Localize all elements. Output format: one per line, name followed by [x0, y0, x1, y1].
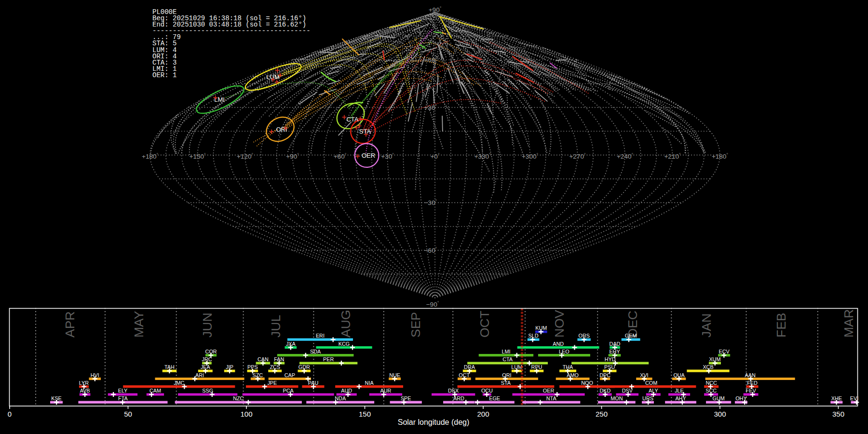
svg-text:XCB: XCB: [703, 364, 713, 370]
svg-text:KUM: KUM: [535, 325, 547, 331]
svg-text:PSU: PSU: [604, 364, 615, 370]
svg-text:CTA: CTA: [502, 356, 513, 362]
svg-text:JUN: JUN: [200, 312, 215, 338]
svg-text:200: 200: [477, 410, 489, 418]
svg-text:GUM: GUM: [712, 395, 724, 401]
svg-text:JIP: JIP: [226, 364, 233, 370]
svg-text:URS: URS: [642, 395, 653, 401]
svg-text:STA: STA: [359, 128, 371, 135]
svg-text:MAY: MAY: [132, 311, 146, 338]
svg-text:FEB: FEB: [774, 312, 788, 338]
svg-text:250: 250: [596, 410, 608, 418]
svg-text:ARD: ARD: [453, 395, 464, 401]
svg-text:SEP: SEP: [408, 312, 423, 338]
svg-text:+90°: +90°: [286, 152, 299, 160]
svg-text:−30°: −30°: [424, 199, 437, 206]
svg-text:GEM: GEM: [625, 333, 637, 339]
svg-text:LUM: LUM: [511, 364, 522, 370]
svg-text:STA: STA: [501, 380, 511, 386]
svg-text:MAR: MAR: [841, 309, 856, 338]
svg-text:ZCS: ZCS: [270, 364, 280, 370]
svg-text:AND: AND: [553, 341, 564, 347]
svg-text:+240°: +240°: [617, 152, 633, 160]
svg-text:NOV: NOV: [552, 310, 567, 338]
svg-text:+150°: +150°: [190, 152, 206, 160]
svg-text:FEV: FEV: [746, 388, 757, 393]
svg-text:+210°: +210°: [664, 152, 680, 160]
svg-text:RPU: RPU: [531, 364, 542, 370]
svg-text:JPE: JPE: [267, 380, 277, 386]
svg-text:NZC: NZC: [233, 395, 244, 401]
svg-text:AMO: AMO: [567, 372, 579, 378]
svg-text:AVB: AVB: [80, 388, 90, 393]
svg-text:OER: 1: OER: 1: [152, 71, 176, 79]
svg-text:50: 50: [124, 410, 132, 418]
svg-text:OER: OER: [362, 152, 375, 159]
svg-text:JUL: JUL: [269, 315, 283, 338]
svg-text:CAM: CAM: [149, 388, 161, 393]
svg-text:JRC: JRC: [202, 356, 212, 362]
svg-text:DPC: DPC: [599, 372, 610, 378]
svg-text:DKD: DKD: [600, 388, 611, 393]
svg-text:GDR: GDR: [298, 364, 310, 370]
svg-text:−60°: −60°: [424, 246, 437, 254]
svg-text:LMI: LMI: [502, 349, 510, 354]
svg-text:LEO: LEO: [559, 349, 570, 354]
svg-text:AHY: AHY: [675, 395, 686, 401]
svg-text:PER: PER: [323, 356, 334, 362]
svg-text:+90°: +90°: [429, 6, 442, 14]
svg-text:ALY: ALY: [649, 388, 658, 393]
svg-text:CAP: CAP: [285, 372, 295, 378]
svg-text:+300°: +300°: [522, 152, 538, 160]
svg-text:FED: FED: [747, 380, 758, 386]
svg-text:OHY: OHY: [735, 395, 746, 401]
svg-text:100: 100: [240, 410, 252, 418]
svg-text:PCA: PCA: [283, 388, 294, 393]
svg-text:XVI: XVI: [640, 372, 648, 378]
svg-text:NTA: NTA: [546, 395, 557, 401]
svg-text:DAD: DAD: [610, 341, 621, 347]
svg-text:+60°: +60°: [334, 152, 347, 160]
svg-text:DSX: DSX: [448, 388, 459, 393]
svg-text:NUE: NUE: [389, 372, 400, 378]
svg-text:JAN: JAN: [699, 313, 714, 338]
svg-text:ERI: ERI: [316, 333, 325, 339]
svg-text:EVI: EVI: [850, 395, 858, 401]
svg-text:+180°: +180°: [142, 152, 158, 160]
svg-text:NOO: NOO: [581, 380, 593, 386]
svg-text:JMC: JMC: [174, 380, 184, 386]
svg-text:QUA: QUA: [673, 372, 685, 378]
svg-text:APR: APR: [63, 312, 77, 338]
svg-text:DRA: DRA: [464, 364, 475, 370]
svg-text:LYR: LYR: [79, 380, 89, 386]
svg-text:SPE: SPE: [401, 395, 411, 401]
svg-text:COR: COR: [205, 349, 217, 354]
svg-text:AUG: AUG: [339, 310, 353, 338]
svg-text:+180°: +180°: [712, 152, 728, 160]
svg-text:NIA: NIA: [365, 380, 374, 386]
svg-text:DSV: DSV: [622, 388, 633, 393]
svg-text:SCC: SCC: [705, 388, 717, 393]
svg-text:OCU: OCU: [481, 388, 493, 393]
svg-text:FAN: FAN: [274, 356, 284, 362]
svg-text:AAN: AAN: [745, 372, 755, 378]
svg-text:Solar longitude (deg): Solar longitude (deg): [398, 418, 470, 426]
svg-text:+30°: +30°: [381, 152, 394, 160]
svg-text:+270°: +270°: [569, 152, 585, 160]
svg-text:AUD: AUD: [341, 388, 352, 393]
svg-text:HYD: HYD: [605, 356, 616, 362]
svg-text:−90°: −90°: [426, 300, 439, 308]
svg-text:MON: MON: [610, 395, 623, 401]
svg-text:SLD: SLD: [529, 333, 539, 339]
svg-text:THA: THA: [563, 364, 573, 370]
svg-text:OCT: OCT: [459, 372, 470, 378]
svg-text:+120°: +120°: [237, 152, 253, 160]
svg-text:EHY: EHY: [609, 349, 620, 354]
svg-text:300: 300: [714, 410, 726, 418]
svg-text:JEA: JEA: [201, 364, 211, 370]
svg-text:PPS: PPS: [247, 364, 258, 370]
svg-text:COM: COM: [645, 380, 657, 386]
svg-text:HVI: HVI: [91, 372, 99, 378]
svg-text:SZC: SZC: [252, 372, 263, 378]
svg-text:SDA: SDA: [310, 349, 321, 354]
